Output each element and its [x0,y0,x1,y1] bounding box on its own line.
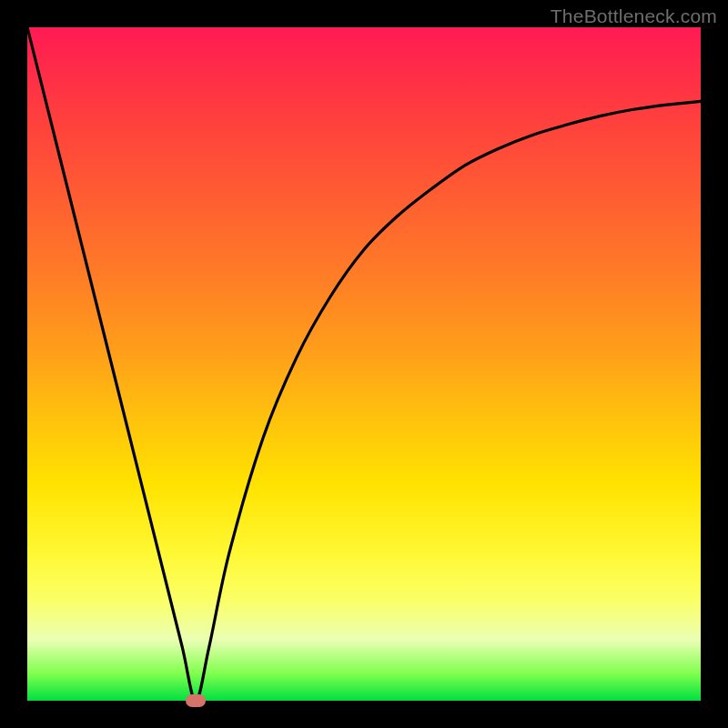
minimum-marker [186,694,206,707]
plot-area [27,27,701,701]
bottleneck-curve [27,27,701,701]
watermark-label: TheBottleneck.com [551,5,717,27]
chart-frame: TheBottleneck.com [0,0,728,728]
curve-layer [27,27,701,701]
